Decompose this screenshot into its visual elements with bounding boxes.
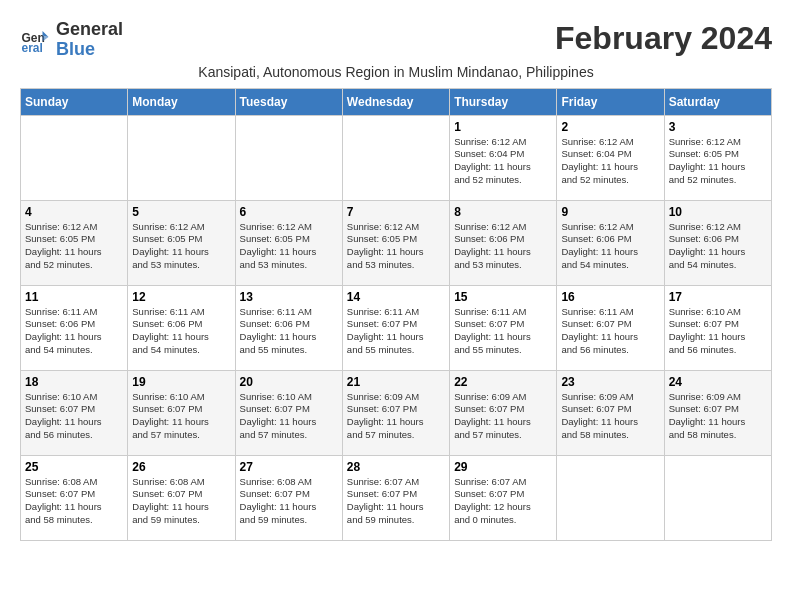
- calendar-day-cell: 21Sunrise: 6:09 AM Sunset: 6:07 PM Dayli…: [342, 370, 449, 455]
- day-info: Sunrise: 6:07 AM Sunset: 6:07 PM Dayligh…: [347, 476, 445, 527]
- day-info: Sunrise: 6:12 AM Sunset: 6:05 PM Dayligh…: [669, 136, 767, 187]
- day-info: Sunrise: 6:08 AM Sunset: 6:07 PM Dayligh…: [240, 476, 338, 527]
- calendar-day-cell: 15Sunrise: 6:11 AM Sunset: 6:07 PM Dayli…: [450, 285, 557, 370]
- calendar-day-cell: 8Sunrise: 6:12 AM Sunset: 6:06 PM Daylig…: [450, 200, 557, 285]
- calendar-header-cell: Wednesday: [342, 88, 449, 115]
- day-number: 27: [240, 460, 338, 474]
- calendar-day-cell: 12Sunrise: 6:11 AM Sunset: 6:06 PM Dayli…: [128, 285, 235, 370]
- calendar-day-cell: [235, 115, 342, 200]
- day-number: 15: [454, 290, 552, 304]
- day-number: 13: [240, 290, 338, 304]
- day-info: Sunrise: 6:10 AM Sunset: 6:07 PM Dayligh…: [132, 391, 230, 442]
- day-info: Sunrise: 6:12 AM Sunset: 6:05 PM Dayligh…: [347, 221, 445, 272]
- calendar-body: 1Sunrise: 6:12 AM Sunset: 6:04 PM Daylig…: [21, 115, 772, 540]
- day-info: Sunrise: 6:12 AM Sunset: 6:05 PM Dayligh…: [240, 221, 338, 272]
- calendar-day-cell: 6Sunrise: 6:12 AM Sunset: 6:05 PM Daylig…: [235, 200, 342, 285]
- calendar-day-cell: 11Sunrise: 6:11 AM Sunset: 6:06 PM Dayli…: [21, 285, 128, 370]
- calendar-header-cell: Saturday: [664, 88, 771, 115]
- calendar-header-row: SundayMondayTuesdayWednesdayThursdayFrid…: [21, 88, 772, 115]
- calendar-day-cell: 25Sunrise: 6:08 AM Sunset: 6:07 PM Dayli…: [21, 455, 128, 540]
- day-info: Sunrise: 6:07 AM Sunset: 6:07 PM Dayligh…: [454, 476, 552, 527]
- calendar-day-cell: 16Sunrise: 6:11 AM Sunset: 6:07 PM Dayli…: [557, 285, 664, 370]
- calendar-day-cell: [128, 115, 235, 200]
- day-number: 11: [25, 290, 123, 304]
- calendar-day-cell: 9Sunrise: 6:12 AM Sunset: 6:06 PM Daylig…: [557, 200, 664, 285]
- calendar-header-cell: Thursday: [450, 88, 557, 115]
- day-info: Sunrise: 6:08 AM Sunset: 6:07 PM Dayligh…: [132, 476, 230, 527]
- calendar-day-cell: 24Sunrise: 6:09 AM Sunset: 6:07 PM Dayli…: [664, 370, 771, 455]
- day-number: 8: [454, 205, 552, 219]
- day-info: Sunrise: 6:11 AM Sunset: 6:07 PM Dayligh…: [454, 306, 552, 357]
- calendar-day-cell: 18Sunrise: 6:10 AM Sunset: 6:07 PM Dayli…: [21, 370, 128, 455]
- calendar-day-cell: 23Sunrise: 6:09 AM Sunset: 6:07 PM Dayli…: [557, 370, 664, 455]
- calendar-day-cell: [342, 115, 449, 200]
- day-info: Sunrise: 6:09 AM Sunset: 6:07 PM Dayligh…: [454, 391, 552, 442]
- day-number: 26: [132, 460, 230, 474]
- day-info: Sunrise: 6:08 AM Sunset: 6:07 PM Dayligh…: [25, 476, 123, 527]
- day-info: Sunrise: 6:09 AM Sunset: 6:07 PM Dayligh…: [561, 391, 659, 442]
- calendar-day-cell: [664, 455, 771, 540]
- logo-icon: Gen eral: [20, 25, 50, 55]
- calendar-day-cell: [21, 115, 128, 200]
- calendar-day-cell: 2Sunrise: 6:12 AM Sunset: 6:04 PM Daylig…: [557, 115, 664, 200]
- day-number: 6: [240, 205, 338, 219]
- day-info: Sunrise: 6:10 AM Sunset: 6:07 PM Dayligh…: [669, 306, 767, 357]
- calendar-day-cell: 4Sunrise: 6:12 AM Sunset: 6:05 PM Daylig…: [21, 200, 128, 285]
- day-info: Sunrise: 6:12 AM Sunset: 6:04 PM Dayligh…: [561, 136, 659, 187]
- calendar-week-row: 11Sunrise: 6:11 AM Sunset: 6:06 PM Dayli…: [21, 285, 772, 370]
- calendar-day-cell: 29Sunrise: 6:07 AM Sunset: 6:07 PM Dayli…: [450, 455, 557, 540]
- day-number: 25: [25, 460, 123, 474]
- day-number: 19: [132, 375, 230, 389]
- day-info: Sunrise: 6:12 AM Sunset: 6:04 PM Dayligh…: [454, 136, 552, 187]
- calendar-day-cell: 20Sunrise: 6:10 AM Sunset: 6:07 PM Dayli…: [235, 370, 342, 455]
- calendar-day-cell: 19Sunrise: 6:10 AM Sunset: 6:07 PM Dayli…: [128, 370, 235, 455]
- calendar-header-cell: Sunday: [21, 88, 128, 115]
- day-number: 21: [347, 375, 445, 389]
- day-info: Sunrise: 6:10 AM Sunset: 6:07 PM Dayligh…: [240, 391, 338, 442]
- day-number: 23: [561, 375, 659, 389]
- calendar-day-cell: 22Sunrise: 6:09 AM Sunset: 6:07 PM Dayli…: [450, 370, 557, 455]
- day-number: 28: [347, 460, 445, 474]
- calendar-week-row: 25Sunrise: 6:08 AM Sunset: 6:07 PM Dayli…: [21, 455, 772, 540]
- day-number: 22: [454, 375, 552, 389]
- day-number: 17: [669, 290, 767, 304]
- calendar-header-cell: Monday: [128, 88, 235, 115]
- calendar-day-cell: 14Sunrise: 6:11 AM Sunset: 6:07 PM Dayli…: [342, 285, 449, 370]
- day-info: Sunrise: 6:12 AM Sunset: 6:06 PM Dayligh…: [669, 221, 767, 272]
- day-number: 5: [132, 205, 230, 219]
- day-number: 7: [347, 205, 445, 219]
- day-info: Sunrise: 6:12 AM Sunset: 6:06 PM Dayligh…: [454, 221, 552, 272]
- month-title: February 2024: [555, 20, 772, 57]
- day-number: 20: [240, 375, 338, 389]
- day-number: 18: [25, 375, 123, 389]
- day-number: 9: [561, 205, 659, 219]
- calendar-week-row: 18Sunrise: 6:10 AM Sunset: 6:07 PM Dayli…: [21, 370, 772, 455]
- day-number: 29: [454, 460, 552, 474]
- day-info: Sunrise: 6:11 AM Sunset: 6:06 PM Dayligh…: [240, 306, 338, 357]
- calendar-table: SundayMondayTuesdayWednesdayThursdayFrid…: [20, 88, 772, 541]
- day-info: Sunrise: 6:10 AM Sunset: 6:07 PM Dayligh…: [25, 391, 123, 442]
- calendar-week-row: 1Sunrise: 6:12 AM Sunset: 6:04 PM Daylig…: [21, 115, 772, 200]
- day-info: Sunrise: 6:12 AM Sunset: 6:06 PM Dayligh…: [561, 221, 659, 272]
- day-number: 1: [454, 120, 552, 134]
- day-number: 2: [561, 120, 659, 134]
- day-number: 12: [132, 290, 230, 304]
- calendar-day-cell: 28Sunrise: 6:07 AM Sunset: 6:07 PM Dayli…: [342, 455, 449, 540]
- day-number: 4: [25, 205, 123, 219]
- calendar-header-cell: Tuesday: [235, 88, 342, 115]
- calendar-header-cell: Friday: [557, 88, 664, 115]
- calendar-day-cell: 26Sunrise: 6:08 AM Sunset: 6:07 PM Dayli…: [128, 455, 235, 540]
- calendar-week-row: 4Sunrise: 6:12 AM Sunset: 6:05 PM Daylig…: [21, 200, 772, 285]
- day-info: Sunrise: 6:09 AM Sunset: 6:07 PM Dayligh…: [669, 391, 767, 442]
- calendar-day-cell: 13Sunrise: 6:11 AM Sunset: 6:06 PM Dayli…: [235, 285, 342, 370]
- calendar-day-cell: 5Sunrise: 6:12 AM Sunset: 6:05 PM Daylig…: [128, 200, 235, 285]
- day-info: Sunrise: 6:11 AM Sunset: 6:06 PM Dayligh…: [132, 306, 230, 357]
- calendar-day-cell: 27Sunrise: 6:08 AM Sunset: 6:07 PM Dayli…: [235, 455, 342, 540]
- svg-text:eral: eral: [22, 41, 43, 55]
- logo-text: General Blue: [56, 20, 123, 60]
- calendar-day-cell: 3Sunrise: 6:12 AM Sunset: 6:05 PM Daylig…: [664, 115, 771, 200]
- day-info: Sunrise: 6:11 AM Sunset: 6:06 PM Dayligh…: [25, 306, 123, 357]
- calendar-day-cell: 17Sunrise: 6:10 AM Sunset: 6:07 PM Dayli…: [664, 285, 771, 370]
- logo: Gen eral General Blue: [20, 20, 123, 60]
- page-subtitle: Kansipati, Autonomous Region in Muslim M…: [20, 64, 772, 80]
